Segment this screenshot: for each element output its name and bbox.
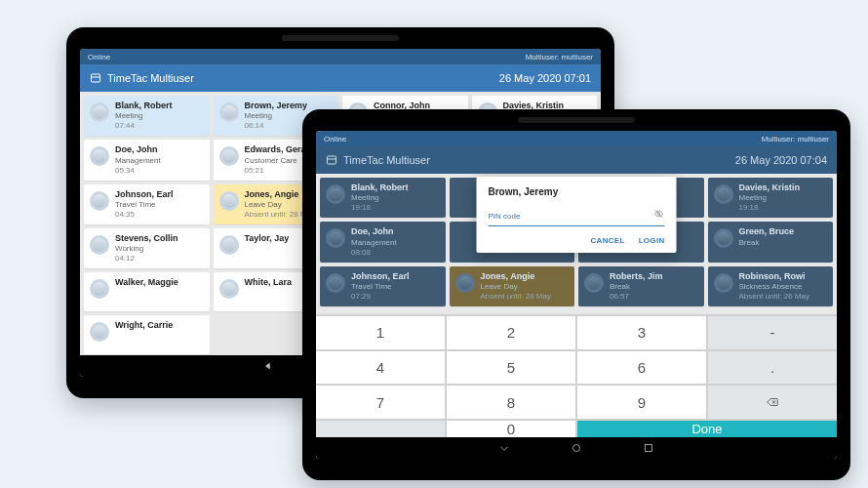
user-name: Blank, Robert	[351, 183, 409, 193]
user-time: Absent until: 28 May	[481, 292, 551, 302]
user-status: Meeting	[739, 193, 801, 203]
user-time: 07:29	[351, 292, 410, 302]
user-name: Davies, Kristin	[739, 183, 801, 193]
user-card[interactable]: Doe, JohnManagement08:08	[320, 222, 446, 262]
key-8[interactable]: 8	[447, 386, 575, 419]
user-status: Meeting	[245, 111, 308, 121]
avatar	[326, 184, 345, 204]
avatar	[455, 273, 475, 293]
cancel-button[interactable]: CANCEL	[591, 236, 625, 245]
nav-home-icon[interactable]	[570, 441, 583, 455]
backspace-icon	[764, 395, 781, 409]
avatar	[326, 228, 345, 248]
avatar	[714, 184, 733, 204]
user-status: Break	[610, 282, 663, 292]
user-status: Management	[115, 156, 161, 166]
app-icon	[90, 72, 101, 84]
user-name: Green, Bruce	[739, 226, 795, 237]
nav-recent-icon[interactable]	[642, 441, 655, 455]
screen-front: Online Multiuser: multiuser TimeTac Mult…	[316, 131, 837, 459]
user-time: 08:08	[351, 248, 397, 258]
user-status: Break	[739, 238, 795, 248]
status-bar: Online Multiuser: multiuser	[80, 49, 601, 64]
user-card[interactable]: Blank, RobertMeeting07:44	[84, 96, 210, 136]
status-bar: Online Multiuser: multiuser	[316, 131, 837, 146]
status-left: Online	[88, 53, 110, 61]
avatar	[219, 235, 239, 255]
user-card[interactable]: Doe, JohnManagement05:34	[84, 140, 210, 180]
user-name: Taylor, Jay	[245, 233, 290, 244]
user-card[interactable]: Johnson, EarlTravel Time07:29	[320, 266, 446, 306]
user-name: Johnson, Earl	[115, 189, 174, 200]
user-name: Brown, Jeremy	[245, 101, 308, 111]
app-bar: TimeTac Multiuser 26 May 2020 07:04	[316, 146, 837, 174]
key-0[interactable]: 0	[447, 421, 575, 437]
avatar	[584, 273, 604, 293]
user-card[interactable]: Jones, AngieLeave DayAbsent until: 28 Ma…	[450, 266, 575, 306]
avatar	[326, 273, 345, 293]
user-time: 19:18	[351, 203, 409, 213]
user-name: Robinson, Rowi	[739, 271, 809, 282]
avatar	[90, 102, 109, 122]
user-status: Travel Time	[115, 200, 174, 210]
user-card[interactable]: Blank, RobertMeeting19:18	[320, 178, 446, 218]
dialog-title: Brown, Jeremy	[489, 186, 665, 197]
pin-dialog: Brown, Jeremy PIN code CANCEL LOGIN	[477, 177, 677, 253]
pin-input[interactable]: PIN code	[489, 205, 665, 226]
user-time: 06:57	[610, 292, 663, 302]
app-icon	[326, 154, 337, 166]
user-time: 07:44	[115, 121, 173, 131]
user-time: 04:35	[115, 210, 174, 220]
user-status: Leave Day	[481, 282, 551, 292]
key-dash[interactable]: -	[708, 316, 837, 349]
user-status: Meeting	[351, 193, 409, 203]
user-card[interactable]: Roberts, JimBreak06:57	[578, 266, 704, 306]
app-title: TimeTac Multiuser	[343, 154, 430, 166]
key-5[interactable]: 5	[447, 351, 575, 385]
user-name: Jones, Angie	[481, 271, 551, 282]
key-7[interactable]: 7	[316, 386, 445, 419]
numeric-keypad: 1 2 3 - 4 5 6 . 7 8 9 0 Done	[316, 314, 837, 437]
visibility-toggle-icon[interactable]	[653, 205, 665, 223]
key-empty	[316, 421, 445, 437]
avatar	[219, 279, 239, 299]
android-navbar	[316, 437, 837, 459]
login-button[interactable]: LOGIN	[639, 236, 665, 245]
svg-point-5	[573, 445, 580, 452]
key-9[interactable]: 9	[577, 386, 706, 419]
user-card[interactable]: Walker, Maggie	[84, 272, 210, 311]
user-card[interactable]: Davies, KristinMeeting19:18	[708, 178, 834, 218]
avatar	[90, 191, 109, 211]
avatar	[90, 279, 109, 299]
avatar	[219, 191, 239, 211]
avatar	[90, 235, 109, 255]
key-3[interactable]: 3	[577, 316, 706, 349]
user-name: Doe, John	[351, 226, 397, 237]
user-name: Doe, John	[115, 144, 161, 155]
user-status: Meeting	[115, 111, 173, 121]
nav-collapse-icon[interactable]	[497, 441, 511, 455]
user-name: Johnson, Earl	[351, 271, 410, 282]
key-backspace[interactable]	[708, 386, 837, 419]
avatar	[219, 102, 239, 122]
user-time: Absent until: 26 May	[739, 292, 809, 302]
key-4[interactable]: 4	[316, 351, 445, 385]
key-6[interactable]: 6	[577, 351, 706, 385]
user-card[interactable]: Robinson, RowiSickness AbsenceAbsent unt…	[708, 266, 834, 306]
user-time: 19:18	[739, 203, 801, 213]
user-name: Blank, Robert	[115, 101, 173, 111]
key-1[interactable]: 1	[316, 316, 445, 349]
app-title: TimeTac Multiuser	[107, 72, 194, 84]
user-card[interactable]: Johnson, EarlTravel Time04:35	[84, 184, 210, 224]
user-name: Stevens, Collin	[115, 233, 178, 244]
nav-back-icon[interactable]	[261, 359, 275, 373]
user-card[interactable]: Stevens, CollinWorking04:12	[84, 228, 210, 268]
user-card[interactable]: Green, BruceBreak	[708, 222, 834, 262]
tablet-front: Online Multiuser: multiuser TimeTac Mult…	[302, 109, 850, 480]
app-date: 26 May 2020 07:04	[735, 154, 827, 166]
user-card[interactable]: Wright, Carrie	[84, 315, 210, 354]
key-2[interactable]: 2	[447, 316, 575, 349]
user-time: 05:34	[115, 166, 161, 176]
key-dot[interactable]: .	[708, 351, 837, 385]
key-done[interactable]: Done	[577, 421, 837, 437]
